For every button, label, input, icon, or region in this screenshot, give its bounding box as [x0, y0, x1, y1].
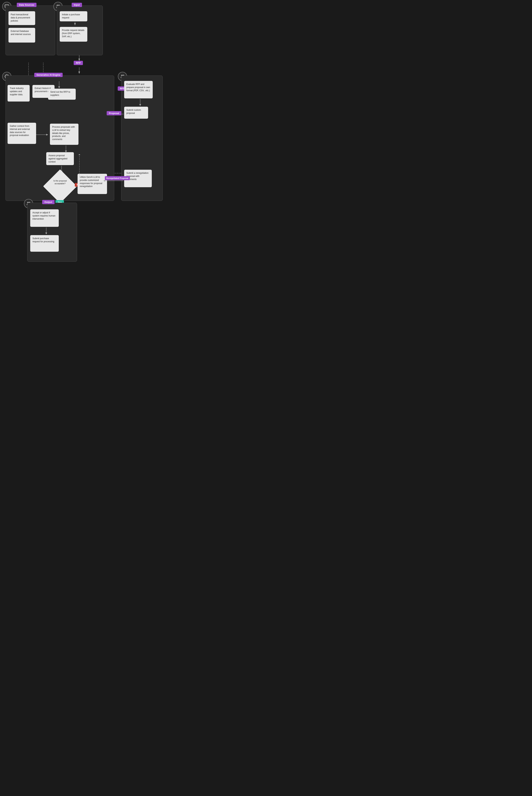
- svg-marker-50: [139, 104, 141, 106]
- initiate-purchase-box: Initiate a purchase request: [60, 11, 87, 21]
- diamond-container: Is the proposal acceptable?: [46, 172, 74, 200]
- evaluate-rfp-box: Evaluate RFP and prepare proposal in own…: [124, 81, 153, 98]
- output-section: Output Accept or adjust if system requir…: [27, 203, 77, 262]
- process-proposals-box: Process proposals with LLM to extract ke…: [50, 124, 78, 145]
- past-transactional-box: Past transactional data & procurement po…: [8, 11, 35, 25]
- assess-proposal-box: Assess proposal against aggregated conte…: [46, 152, 74, 165]
- input-badge: Input: [72, 3, 82, 7]
- supplier-section: RFP Evaluate RFP and prepare proposal in…: [121, 76, 163, 201]
- data-sources-section: Data Sources Past transactional data & p…: [5, 5, 55, 55]
- proposal-badge: Proposal: [107, 111, 121, 115]
- provide-request-box: Provide request details (from ERP system…: [60, 27, 87, 42]
- track-industry-box: Track industry updates and supplier data…: [7, 85, 30, 101]
- svg-marker-58: [45, 232, 47, 234]
- utilize-genai-box: Utilize GenAI LLM to provide customized …: [78, 174, 107, 194]
- accept-adjust-box: Accept or adjust if system requires huma…: [30, 209, 59, 227]
- submit-purchase-box: Submit purchase request for processing: [30, 235, 59, 252]
- svg-marker-32: [58, 87, 60, 88]
- gather-context-box: Gather context from internal and externa…: [7, 123, 36, 144]
- ai-engine-section: Generative AI Engine Track industry upda…: [5, 76, 114, 201]
- output-badge: Output: [42, 200, 55, 204]
- svg-marker-54: [103, 180, 105, 182]
- data-sources-badge: Data Sources: [17, 3, 37, 7]
- svg-marker-42: [78, 154, 80, 155]
- generative-ai-badge: Generative AI Engine: [34, 73, 63, 77]
- external-database-box: External Database and internet sources: [8, 28, 35, 42]
- diamond-label: Is the proposal acceptable?: [50, 179, 70, 185]
- input-section: Input Initiate a purchase request Provid…: [57, 5, 103, 55]
- rfp-badge-1: RFP: [74, 61, 83, 65]
- send-rfp-box: Send out the RFP to suppliers: [48, 89, 76, 100]
- svg-marker-34: [46, 134, 48, 136]
- submit-custom-box: Submit custom proposal: [124, 107, 148, 119]
